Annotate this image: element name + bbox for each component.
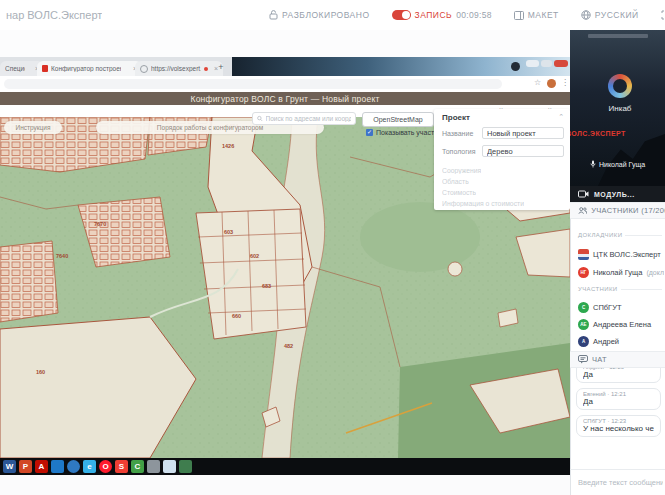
avatar: АЕ	[578, 319, 589, 330]
chat-input[interactable]: Введите текст сообщения	[578, 478, 663, 487]
window-maximize-button[interactable]	[541, 60, 552, 67]
message-time: 12:21	[606, 391, 626, 397]
tab-title: Спецификации	[5, 65, 25, 72]
basemap-select[interactable]: OpenStreetMap	[362, 112, 434, 127]
inkab-logo-icon	[608, 74, 632, 98]
video-background-detail	[588, 34, 648, 38]
tab-title: https://volsexpert.club/creat	[151, 65, 201, 72]
lock-icon	[269, 10, 278, 20]
avatar: А	[578, 336, 589, 347]
green-app-icon[interactable]	[179, 460, 192, 473]
participant-row[interactable]: ЦТК ВОЛС.Эксперт	[578, 247, 664, 262]
participant-name: Андреева Елена	[593, 320, 651, 329]
checkbox-checked-icon[interactable]: ✓	[366, 129, 373, 136]
map-search-input[interactable]: Поиск по адресам или координатам	[252, 112, 356, 125]
google-earth-icon[interactable]	[67, 460, 80, 473]
webinar-background	[0, 475, 570, 495]
participant-row[interactable]: АЕ Андреева Елена	[578, 317, 664, 332]
participant-row[interactable]: А Андрей	[578, 334, 664, 349]
bookmark-star-icon[interactable]: ☆	[534, 78, 541, 87]
webinar-title: нар ВОЛС.Эксперт	[6, 9, 102, 21]
new-tab-button[interactable]: +	[216, 62, 226, 72]
fullscreen-control[interactable]: ПОЛНЫЙ ЭКРАН	[650, 10, 665, 20]
parcel-label: 602	[250, 253, 259, 259]
topology-label: Топология	[442, 148, 475, 155]
panel-disabled-row: Сооружения	[442, 167, 481, 174]
parcel-label: 7670	[94, 221, 106, 227]
browser-profile-avatar[interactable]	[547, 79, 556, 88]
participant-name: Андрей	[593, 337, 619, 346]
window-minimize-button[interactable]	[526, 60, 539, 67]
chat-icon	[578, 355, 588, 364]
chat-message: СПбГУТ12:23 У нас несколько че	[576, 415, 661, 437]
photo-viewer-icon[interactable]	[51, 460, 64, 473]
panel-collapse-icon[interactable]: ⌃	[558, 113, 564, 121]
chat-messages[interactable]: Андрей12:20 Да Евгений12:21 Да СПбГУТ12:…	[574, 368, 665, 464]
settings-app-icon[interactable]	[147, 460, 160, 473]
layout-label: МАКЕТ	[528, 10, 559, 20]
participant-name: ЦТК ВОЛС.Эксперт	[593, 250, 661, 259]
project-name-input[interactable]: Новый проект	[482, 127, 564, 139]
globe-favicon	[140, 65, 148, 73]
chat-input-divider	[570, 469, 665, 470]
participants-header[interactable]: УЧАСТНИКИ (17/200)	[570, 202, 665, 219]
module-bar[interactable]: МОДУЛЬ...	[570, 186, 665, 202]
record-elapsed: 00:09:58	[456, 10, 492, 20]
participant-role: (докладчик)	[646, 269, 664, 276]
consultant-icon[interactable]: C	[131, 460, 144, 473]
speakers-label-text: ДОКЛАДЧИКИ	[578, 232, 622, 238]
record-label: ЗАПИСЬ	[415, 10, 453, 20]
panel-title: Проект	[442, 113, 470, 122]
parcel-label: 160	[36, 369, 45, 375]
participant-row[interactable]: НГ Николай Гуща (докладчик)	[578, 265, 664, 280]
participant-row[interactable]: С СПбГУТ	[578, 300, 664, 315]
lock-control[interactable]: РАЗБЛОКИРОВАНО	[258, 10, 381, 20]
chat-message: Андрей12:20 Да	[576, 368, 661, 383]
webinar-toolbar: нар ВОЛС.Эксперт РАЗБЛОКИРОВАНО ЗАПИСЬ 0…	[0, 0, 665, 31]
video-speaker-name: Николай Гуща	[599, 161, 645, 168]
speaker-video-thumbnail[interactable]: Инкаб ВОЛС.ЭКСПЕРТ Николай Гуща	[570, 30, 665, 186]
opera-icon[interactable]: O	[99, 460, 112, 473]
internet-explorer-icon[interactable]: e	[83, 460, 96, 473]
window-close-button[interactable]	[554, 60, 568, 67]
show-parcels-checkbox-row[interactable]: ✓ Показывать участки	[366, 129, 441, 136]
topology-select[interactable]: Дерево	[482, 145, 564, 157]
inkab-logo-text: Инкаб	[570, 104, 665, 113]
address-bar[interactable]	[4, 79, 502, 89]
parcel-label: 1426	[222, 143, 234, 149]
instruction-label: Инструкция	[16, 124, 51, 131]
browser-tab-2[interactable]: Конфигуратор построения ВО ×	[37, 61, 142, 76]
avatar: С	[578, 302, 589, 313]
acrobat-icon[interactable]: A	[35, 460, 48, 473]
browser-tab-3[interactable]: https://volsexpert.club/creat ×	[135, 61, 223, 76]
instruction-button[interactable]: Инструкция	[4, 121, 62, 134]
work-order-label: Порядок работы с конфигуратором	[157, 124, 263, 131]
sbis-icon[interactable]: S	[115, 460, 128, 473]
parcel-label: 482	[284, 343, 293, 349]
browser-menu-icon[interactable]: ⋮	[561, 78, 569, 87]
attendees-label-text: УЧАСТНИКИ	[578, 286, 618, 292]
layout-control[interactable]: МАКЕТ	[503, 10, 570, 20]
attendees-section-label: УЧАСТНИКИ	[578, 286, 662, 292]
window-menu-button[interactable]	[511, 62, 520, 71]
language-label: РУССКИЙ	[595, 10, 639, 20]
project-panel: Проект ⌃ Название Новый проект Топология…	[434, 109, 570, 210]
tab-title: Конфигуратор построения ВО	[51, 65, 121, 72]
search-icon	[257, 115, 263, 122]
app-titlebar: Конфигуратор ВОЛС в Грунт — Новый проект	[0, 92, 570, 105]
avatar: НГ	[578, 267, 589, 278]
record-toggle[interactable]	[392, 10, 411, 20]
word-icon[interactable]: W	[3, 460, 16, 473]
chat-header[interactable]: ЧАТ	[570, 351, 665, 368]
vols-expert-brand: ВОЛС.ЭКСПЕРТ	[570, 130, 626, 137]
explorer-icon[interactable]	[163, 460, 176, 473]
record-control[interactable]: ЗАПИСЬ 00:09:58	[381, 10, 503, 20]
app-title: Конфигуратор ВОЛС в Грунт — Новый проект	[190, 94, 379, 104]
parcel-label: 660	[232, 313, 241, 319]
language-control[interactable]: РУССКИЙ	[570, 10, 650, 20]
panel-disabled-row: Область	[442, 178, 469, 185]
shared-screen-top	[0, 30, 570, 57]
project-name-label: Название	[442, 130, 473, 137]
message-text: Да	[583, 397, 654, 406]
powerpoint-icon[interactable]: P	[19, 460, 32, 473]
